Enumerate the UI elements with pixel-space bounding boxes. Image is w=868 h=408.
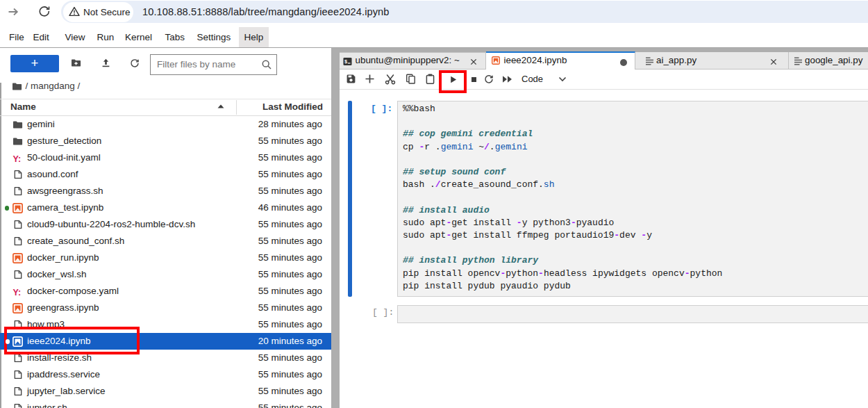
svg-text:$: $ — [344, 58, 347, 64]
